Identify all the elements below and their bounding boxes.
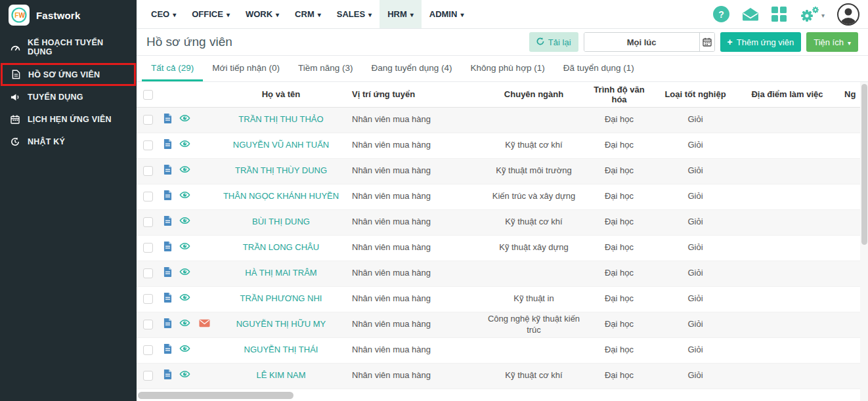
candidate-graduation: Giỏi xyxy=(655,337,735,363)
mail-icon[interactable] xyxy=(199,319,210,327)
document-icon[interactable] xyxy=(163,344,172,354)
candidate-position: Nhân viên mua hàng xyxy=(347,158,485,184)
candidate-name-link[interactable]: LÊ KIM NAM xyxy=(256,370,305,380)
candidate-major: Kiến trúc và xây dựng xyxy=(485,184,583,209)
sidebar-nav: KẾ HOẠCH TUYỂN DỤNG HỒ SƠ ỨNG VIÊN TUYỂN… xyxy=(0,30,137,153)
tab-moi-tiep-nhan[interactable]: Mới tiếp nhận (0) xyxy=(203,56,289,81)
document-icon[interactable] xyxy=(163,190,172,200)
help-icon[interactable]: ? xyxy=(713,6,729,22)
candidate-name-link[interactable]: TRẦN LONG CHÂU xyxy=(243,242,319,252)
sidebar-item-nhat-ky[interactable]: NHẬT KÝ xyxy=(0,131,137,153)
document-icon[interactable] xyxy=(163,267,172,277)
brand-header[interactable]: FW Fastwork xyxy=(0,0,137,30)
eye-view-icon[interactable] xyxy=(179,268,190,276)
vertical-scrollbar xyxy=(860,82,868,401)
candidate-major: Kỹ thuật cơ khí xyxy=(485,363,583,389)
horizontal-scrollbar-thumb[interactable] xyxy=(138,392,293,399)
candidate-name-link[interactable]: NGUYỄN VŨ ANH TUẤN xyxy=(233,140,329,150)
candidate-position: Nhân viên mua hàng xyxy=(347,209,485,235)
tab-khong-phu-hop[interactable]: Không phù hợp (1) xyxy=(462,56,554,81)
eye-view-icon[interactable] xyxy=(179,370,190,378)
row-checkbox[interactable] xyxy=(143,345,153,355)
mail-icon[interactable] xyxy=(742,7,759,21)
apps-grid-icon[interactable] xyxy=(771,7,787,22)
row-checkbox[interactable] xyxy=(143,115,153,125)
document-icon[interactable] xyxy=(163,216,172,226)
calendar-picker-button[interactable] xyxy=(699,33,714,51)
column-header-major: Chuyên ngành xyxy=(485,82,583,107)
nav-menu-sales[interactable]: SALES xyxy=(329,0,380,28)
candidate-name-link[interactable]: HÀ THỊ MAI TRÂM xyxy=(245,268,316,278)
candidate-name-link[interactable]: TRẦN THỊ THÙY DUNG xyxy=(235,165,327,175)
document-icon[interactable] xyxy=(163,114,172,123)
row-checkbox[interactable] xyxy=(143,192,153,201)
tab-tat-ca[interactable]: Tất cả (29) xyxy=(142,56,203,81)
candidate-location xyxy=(735,158,839,184)
date-filter-input[interactable] xyxy=(584,33,699,51)
candidate-name-link[interactable]: BÙI THỊ DUNG xyxy=(252,217,310,226)
nav-menu-admin[interactable]: ADMIN xyxy=(422,0,472,28)
row-checkbox[interactable] xyxy=(143,268,153,278)
candidate-position: Nhân viên mua hàng xyxy=(347,133,485,158)
document-icon[interactable] xyxy=(163,318,172,328)
nav-menu-office[interactable]: OFFICE xyxy=(184,0,238,28)
nav-menu-work[interactable]: WORK xyxy=(238,0,287,28)
sidebar-item-tuyen-dung[interactable]: TUYỂN DỤNG xyxy=(0,86,137,108)
utilities-button[interactable]: Tiện ích xyxy=(806,32,858,52)
candidate-row: TRẦN PHƯƠNG NHI Nhân viên mua hàng Kỹ th… xyxy=(137,286,868,312)
nav-menu-ceo[interactable]: CEO xyxy=(143,0,184,28)
candidate-position: Nhân viên mua hàng xyxy=(347,261,485,286)
candidate-row: NGUYỄN THỊ HỮU MY Nhân viên mua hàng Côn… xyxy=(137,312,868,337)
document-icon[interactable] xyxy=(163,165,172,175)
candidate-row: TRẦN LONG CHÂU Nhân viên mua hàng Kỹ thu… xyxy=(137,235,868,261)
sidebar-item-label: NHẬT KÝ xyxy=(28,137,65,146)
candidate-row: TRẦN THỊ THÙY DUNG Nhân viên mua hàng Kỹ… xyxy=(137,158,868,184)
row-checkbox[interactable] xyxy=(143,217,153,227)
candidate-graduation: Giỏi xyxy=(655,286,735,312)
row-checkbox[interactable] xyxy=(143,294,153,304)
candidate-name-link[interactable]: NGUYỄN THỊ THÁI xyxy=(244,345,318,354)
sidebar: FW Fastwork KẾ HOẠCH TUYỂN DỤNG HỒ SƠ ỨN… xyxy=(0,0,137,401)
candidate-row: HÀ THỊ MAI TRÂM Nhân viên mua hàng Đại h… xyxy=(137,261,868,286)
eye-view-icon[interactable] xyxy=(179,114,190,122)
tab-tiem-nang[interactable]: Tiềm năng (3) xyxy=(289,56,362,81)
candidate-name-link[interactable]: THÂN NGỌC KHÁNH HUYỀN xyxy=(223,191,339,201)
tab-dang-tuyen-dung[interactable]: Đang tuyển dụng (4) xyxy=(362,56,461,81)
reload-button[interactable]: Tải lại xyxy=(529,32,578,52)
horizontal-scrollbar xyxy=(137,392,860,400)
candidate-major: Công nghệ kỹ thuật kiến trúc xyxy=(485,312,583,337)
nav-menu-crm[interactable]: CRM xyxy=(287,0,329,28)
tab-da-tuyen-dung[interactable]: Đã tuyển dụng (1) xyxy=(554,56,643,81)
eye-view-icon[interactable] xyxy=(179,319,190,327)
eye-view-icon[interactable] xyxy=(179,293,190,301)
document-icon[interactable] xyxy=(163,242,172,251)
select-all-checkbox[interactable] xyxy=(143,90,153,100)
candidate-name-link[interactable]: TRẦN THỊ THU THẢO xyxy=(238,114,323,124)
candidate-location xyxy=(735,209,839,235)
eye-view-icon[interactable] xyxy=(179,242,190,250)
eye-view-icon[interactable] xyxy=(179,345,190,352)
user-avatar[interactable] xyxy=(837,3,859,26)
eye-view-icon[interactable] xyxy=(179,217,190,224)
nav-menu-hrm[interactable]: HRM xyxy=(380,0,422,28)
sidebar-item-lich-hen-ung-vien[interactable]: LỊCH HẸN ỨNG VIÊN xyxy=(0,108,137,131)
eye-view-icon[interactable] xyxy=(179,191,190,199)
candidate-education: Đại học xyxy=(583,286,655,312)
candidate-name-link[interactable]: NGUYỄN THỊ HỮU MY xyxy=(236,319,326,329)
row-checkbox[interactable] xyxy=(143,371,153,381)
row-checkbox[interactable] xyxy=(143,243,153,253)
document-icon[interactable] xyxy=(163,369,172,379)
candidate-name-link[interactable]: TRẦN PHƯƠNG NHI xyxy=(240,293,322,303)
row-checkbox[interactable] xyxy=(143,320,153,329)
eye-view-icon[interactable] xyxy=(179,165,190,173)
vertical-scrollbar-thumb[interactable] xyxy=(861,84,867,245)
sidebar-item-ho-so-ung-vien[interactable]: HỒ SƠ ỨNG VIÊN xyxy=(1,63,136,86)
document-icon[interactable] xyxy=(163,293,172,303)
eye-view-icon[interactable] xyxy=(179,140,190,148)
document-icon[interactable] xyxy=(163,139,172,149)
add-candidate-button[interactable]: Thêm ứng viên xyxy=(720,32,802,52)
settings-gears-icon[interactable] xyxy=(799,6,825,23)
sidebar-item-ke-hoach-tuyen-dung[interactable]: KẾ HOẠCH TUYỂN DỤNG xyxy=(0,32,137,63)
row-checkbox[interactable] xyxy=(143,140,153,150)
row-checkbox[interactable] xyxy=(143,166,153,176)
